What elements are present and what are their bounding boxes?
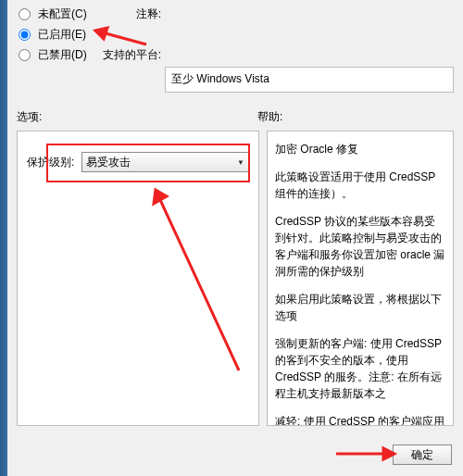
lower-panes: 保护级别: 易受攻击 ▼ 加密 Oracle 修复 此策略设置适用于使用 Cre…	[7, 125, 463, 426]
radio-not-configured-label: 未配置(C)	[38, 6, 87, 22]
radio-not-configured[interactable]	[19, 8, 31, 20]
supported-platform-box: 至少 Windows Vista	[165, 67, 454, 93]
chevron-down-icon: ▼	[237, 158, 244, 167]
button-bar: 确定	[393, 445, 452, 465]
help-heading: 帮助:	[257, 109, 454, 125]
help-paragraph: 如果启用此策略设置，将根据以下选项	[275, 291, 445, 324]
help-paragraph: 强制更新的客户端: 使用 CredSSP 的客到不安全的版本，使用 CredSS…	[275, 335, 445, 402]
radio-enabled-label: 已启用(E)	[38, 27, 86, 43]
comment-label: 注释:	[100, 6, 165, 22]
platform-label: 支持的平台:	[100, 47, 165, 63]
window-left-border	[0, 0, 7, 476]
radio-disabled[interactable]	[19, 49, 31, 61]
help-paragraph: 减轻: 使用 CredSSP 的客户端应用程序本，但使用 CredSSP 的服务…	[275, 413, 445, 426]
dialog-content: 未配置(C) 注释: 已启用(E) 已禁用(D) 支持的平台: 至少 Windo…	[7, 0, 463, 476]
section-labels: 选项: 帮助:	[7, 109, 463, 125]
help-pane: 加密 Oracle 修复 此策略设置适用于使用 CredSSP 组件的连接）。 …	[267, 131, 454, 426]
help-paragraph: 此策略设置适用于使用 CredSSP 组件的连接）。	[275, 169, 445, 202]
protection-level-label: 保护级别:	[27, 155, 74, 170]
comment-field[interactable]	[165, 5, 454, 23]
options-heading: 选项:	[17, 109, 257, 125]
ok-button[interactable]: 确定	[393, 445, 452, 465]
protection-level-selected: 易受攻击	[86, 155, 131, 170]
radio-disabled-label: 已禁用(D)	[38, 47, 87, 63]
options-pane: 保护级别: 易受攻击 ▼	[17, 131, 259, 426]
protection-level-dropdown[interactable]: 易受攻击 ▼	[81, 152, 249, 172]
radio-enabled[interactable]	[19, 29, 31, 41]
top-section: 未配置(C) 注释: 已启用(E) 已禁用(D) 支持的平台: 至少 Windo…	[7, 0, 463, 93]
help-paragraph: CredSSP 协议的某些版本容易受到针对。此策略控制与易受攻击的客户端和服务你…	[275, 213, 445, 280]
help-paragraph: 加密 Oracle 修复	[275, 141, 445, 157]
supported-platform-value: 至少 Windows Vista	[171, 72, 269, 85]
